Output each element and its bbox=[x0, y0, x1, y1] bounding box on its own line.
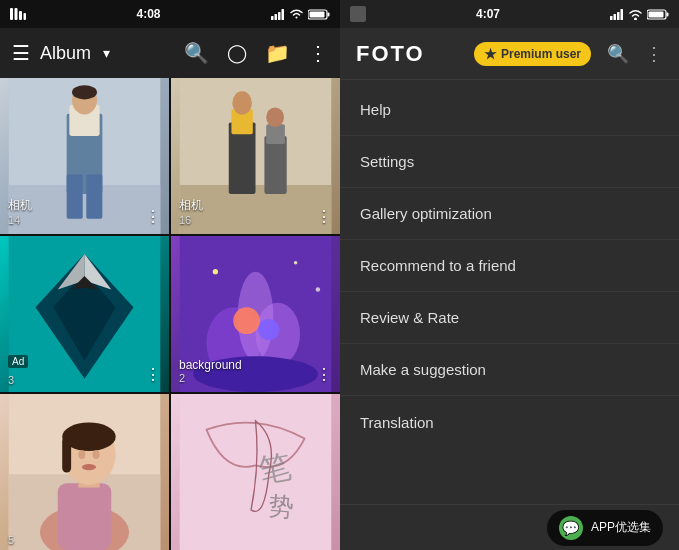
menu-item-translation[interactable]: Translation bbox=[340, 396, 679, 448]
signal-icon-left bbox=[271, 9, 285, 20]
svg-point-42 bbox=[258, 319, 279, 340]
cell-5-label: 5 bbox=[8, 534, 14, 546]
dropdown-arrow-icon[interactable]: ▾ bbox=[103, 45, 110, 61]
circle-icon-button[interactable]: ◯ bbox=[227, 42, 247, 64]
status-bar-right: 4:07 bbox=[340, 0, 679, 28]
svg-point-39 bbox=[316, 287, 320, 291]
svg-rect-60 bbox=[621, 9, 624, 20]
cell-1-label: 相机 14 bbox=[8, 197, 32, 226]
cell-3-more[interactable]: ⋮ bbox=[145, 365, 161, 384]
svg-rect-10 bbox=[310, 11, 325, 17]
svg-point-53 bbox=[82, 464, 96, 470]
top-bar: Album ▾ 🔍 ◯ 📁 ⋮ bbox=[0, 28, 340, 78]
svg-rect-50 bbox=[62, 437, 71, 473]
cell-1-more[interactable]: ⋮ bbox=[145, 207, 161, 226]
svg-point-52 bbox=[93, 450, 100, 459]
svg-rect-5 bbox=[275, 14, 278, 20]
grid-cell-camera-1[interactable]: 相机 14 ⋮ bbox=[0, 78, 169, 234]
svg-point-37 bbox=[213, 269, 218, 274]
app-header: FOTO ★ Premium user 🔍 ⋮ bbox=[340, 28, 679, 80]
menu-item-review-rate[interactable]: Review & Rate bbox=[340, 292, 679, 344]
signal-icon-right bbox=[610, 9, 624, 20]
grid-cell-pink[interactable]: 笔 势 bbox=[171, 394, 340, 550]
svg-rect-0 bbox=[10, 8, 13, 20]
bottom-toast: 💬 APP优选集 bbox=[340, 504, 679, 550]
cell-4-more[interactable]: ⋮ bbox=[316, 365, 332, 384]
left-panel: 4:08 Album ▾ 🔍 ◯ bbox=[0, 0, 340, 550]
search-button[interactable]: 🔍 bbox=[184, 41, 209, 65]
svg-rect-6 bbox=[278, 12, 281, 20]
app-status-indicator bbox=[350, 6, 366, 22]
cell-5-art bbox=[0, 394, 169, 550]
svg-point-16 bbox=[72, 85, 97, 99]
menu-item-settings[interactable]: Settings bbox=[340, 136, 679, 188]
grid-cell-girl-portrait[interactable]: 5 bbox=[0, 394, 169, 550]
grid-cell-background[interactable]: background 2 ⋮ bbox=[171, 236, 340, 392]
svg-rect-9 bbox=[328, 12, 330, 16]
svg-rect-46 bbox=[58, 483, 111, 550]
notification-icon bbox=[10, 8, 26, 20]
svg-text:笔: 笔 bbox=[256, 448, 294, 489]
header-more-button[interactable]: ⋮ bbox=[645, 43, 663, 65]
wifi-icon-right bbox=[628, 9, 643, 20]
svg-point-26 bbox=[266, 107, 284, 127]
svg-rect-18 bbox=[86, 174, 102, 219]
svg-point-38 bbox=[294, 261, 298, 265]
svg-rect-64 bbox=[649, 11, 664, 17]
premium-badge[interactable]: ★ Premium user bbox=[474, 42, 591, 66]
menu-list: Help Settings Gallery optimization Recom… bbox=[340, 80, 679, 504]
folder-button[interactable]: 📁 bbox=[265, 41, 290, 65]
svg-rect-4 bbox=[271, 16, 274, 20]
menu-item-help[interactable]: Help bbox=[340, 84, 679, 136]
svg-rect-63 bbox=[667, 12, 669, 16]
right-panel: 4:07 FOTO ★ Premium user bbox=[340, 0, 679, 550]
svg-rect-3 bbox=[24, 13, 27, 20]
svg-rect-1 bbox=[15, 8, 18, 20]
svg-rect-24 bbox=[264, 136, 286, 194]
grid-cell-ad[interactable]: Ad 3 ⋮ bbox=[0, 236, 169, 392]
status-icons-right bbox=[610, 9, 669, 20]
battery-icon-right bbox=[647, 9, 669, 20]
battery-icon-left bbox=[308, 9, 330, 20]
menu-item-recommend[interactable]: Recommend to a friend bbox=[340, 240, 679, 292]
photo-grid: 相机 14 ⋮ 相机 16 bbox=[0, 78, 340, 550]
app-toast-badge[interactable]: 💬 APP优选集 bbox=[547, 510, 663, 546]
toast-icon: 💬 bbox=[559, 516, 583, 540]
premium-label: Premium user bbox=[501, 47, 581, 61]
time-display-right: 4:07 bbox=[476, 7, 500, 21]
cell-6-art: 笔 势 bbox=[171, 394, 340, 550]
cell-2-more[interactable]: ⋮ bbox=[316, 207, 332, 226]
svg-point-51 bbox=[78, 450, 85, 459]
svg-rect-54 bbox=[180, 394, 332, 550]
svg-text:势: 势 bbox=[268, 492, 295, 521]
svg-rect-2 bbox=[19, 11, 22, 20]
premium-star-icon: ★ bbox=[484, 46, 497, 62]
cell-3-label: 3 bbox=[8, 374, 14, 386]
app-logo: FOTO bbox=[356, 41, 462, 67]
svg-rect-58 bbox=[614, 14, 617, 20]
wifi-icon-left bbox=[289, 9, 304, 20]
menu-item-suggestion[interactable]: Make a suggestion bbox=[340, 344, 679, 396]
cell-3-ad-badge: Ad bbox=[8, 355, 28, 368]
svg-rect-7 bbox=[282, 9, 285, 20]
album-title: Album bbox=[40, 43, 91, 64]
grid-cell-camera-2[interactable]: 相机 16 ⋮ bbox=[171, 78, 340, 234]
svg-point-61 bbox=[634, 17, 637, 20]
more-button-left[interactable]: ⋮ bbox=[308, 41, 328, 65]
hamburger-menu-icon[interactable] bbox=[12, 41, 30, 65]
status-icons-left bbox=[271, 9, 330, 20]
cell-3-art bbox=[0, 236, 169, 392]
cell-4-label: background 2 bbox=[179, 358, 242, 384]
svg-rect-59 bbox=[617, 12, 620, 20]
svg-rect-17 bbox=[67, 174, 83, 219]
svg-rect-57 bbox=[610, 16, 613, 20]
menu-item-gallery-optimization[interactable]: Gallery optimization bbox=[340, 188, 679, 240]
status-left-icons bbox=[10, 8, 26, 20]
cell-2-label: 相机 16 bbox=[179, 197, 203, 226]
status-bar-left: 4:08 bbox=[0, 0, 340, 28]
svg-rect-25 bbox=[266, 124, 285, 144]
toast-text: APP优选集 bbox=[591, 519, 651, 536]
svg-point-23 bbox=[232, 91, 252, 114]
time-display-left: 4:08 bbox=[136, 7, 160, 21]
header-search-button[interactable]: 🔍 bbox=[607, 43, 629, 65]
